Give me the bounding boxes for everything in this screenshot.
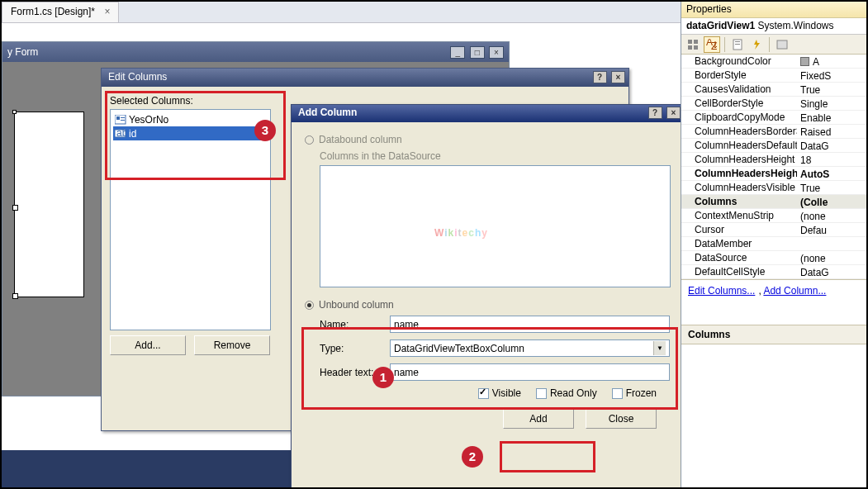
control-resize-outline[interactable]: [14, 112, 84, 297]
property-value[interactable]: (Colle: [797, 195, 866, 208]
property-name: Columns: [681, 195, 797, 208]
maximize-icon[interactable]: □: [470, 46, 485, 59]
property-name: ClipboardCopyMode: [681, 111, 797, 124]
property-row[interactable]: ClipboardCopyModeEnable: [681, 111, 866, 125]
unbound-radio-row[interactable]: Unbound column: [305, 299, 670, 311]
property-links: Edit Columns..., Add Column...: [681, 279, 866, 301]
property-name: BackgroundColor: [681, 55, 797, 68]
close-icon[interactable]: ×: [666, 107, 681, 119]
add-button[interactable]: Add: [503, 409, 574, 429]
edit-columns-title: Edit Columns: [108, 71, 167, 87]
property-row[interactable]: DataMember: [681, 237, 866, 251]
design-form-titlebar[interactable]: y Form _ □ ×: [2, 42, 509, 62]
property-category-label: Columns: [681, 325, 866, 344]
edit-columns-link[interactable]: Edit Columns...: [688, 285, 755, 297]
property-row[interactable]: CellBorderStyleSingle: [681, 97, 866, 111]
property-value[interactable]: (none: [797, 209, 866, 222]
property-name: ContextMenuStrip: [681, 209, 797, 222]
property-pages-icon[interactable]: [774, 36, 790, 53]
add-column-link[interactable]: Add Column...: [763, 285, 826, 297]
color-swatch-icon: [800, 57, 809, 66]
property-value[interactable]: (none: [797, 251, 866, 264]
property-value[interactable]: True: [797, 181, 866, 194]
property-row[interactable]: ColumnHeadersVisibleTrue: [681, 181, 866, 195]
edit-columns-titlebar[interactable]: Edit Columns ? ×: [102, 69, 628, 87]
property-name: ColumnHeadersVisible: [681, 181, 797, 194]
property-row[interactable]: BackgroundColorA: [681, 55, 866, 69]
property-name: BorderStyle: [681, 69, 797, 82]
close-button[interactable]: Close: [586, 409, 657, 429]
property-value[interactable]: True: [797, 83, 866, 96]
property-value[interactable]: Raised: [797, 125, 866, 138]
property-value[interactable]: [797, 237, 866, 250]
datasource-columns-label: Columns in the DataSource: [320, 150, 670, 162]
tab-label: Form1.cs [Design]*: [11, 6, 95, 17]
property-name: DataSource: [681, 251, 797, 264]
svg-rect-14: [735, 44, 740, 45]
property-row[interactable]: ContextMenuStrip(none: [681, 209, 866, 223]
property-value[interactable]: DataG: [797, 139, 866, 152]
property-value[interactable]: Single: [797, 97, 866, 110]
property-row[interactable]: CursorDefau: [681, 223, 866, 237]
remove-button[interactable]: Remove: [194, 335, 270, 355]
property-row[interactable]: DefaultCellStyleDataG: [681, 265, 866, 279]
minimize-icon[interactable]: _: [450, 46, 465, 59]
property-value[interactable]: Enable: [797, 111, 866, 124]
unbound-label: Unbound column: [319, 299, 394, 311]
help-icon[interactable]: ?: [593, 71, 607, 83]
selected-object[interactable]: dataGridView1 System.Windows: [681, 18, 866, 35]
annotation-box-1: [301, 327, 678, 410]
radio-icon[interactable]: [305, 301, 314, 310]
annotation-badge-1: 1: [372, 367, 394, 388]
radio-icon: [305, 135, 314, 145]
close-icon[interactable]: ×: [489, 46, 504, 59]
property-name: DefaultCellStyle: [681, 265, 797, 278]
databound-label: Databound column: [319, 134, 402, 145]
property-row[interactable]: ColumnHeadersHeightSizAutoS: [681, 167, 866, 181]
add-column-titlebar[interactable]: Add Column ? ×: [292, 105, 683, 122]
property-row[interactable]: CausesValidationTrue: [681, 83, 866, 97]
property-row[interactable]: ColumnHeadersBorderStRaised: [681, 125, 866, 139]
property-name: ColumnHeadersBorderSt: [681, 125, 797, 138]
properties-toolbar: AZ: [681, 35, 866, 55]
property-name: ColumnHeadersHeightSiz: [681, 167, 797, 180]
add-column-dialog: Add Column ? × Databound column Columns …: [291, 104, 684, 489]
property-row[interactable]: BorderStyleFixedS: [681, 69, 866, 83]
properties-page-icon[interactable]: [729, 36, 746, 53]
property-value[interactable]: Defau: [797, 223, 866, 236]
datasource-columns-list: [320, 165, 671, 287]
document-tab[interactable]: Form1.cs [Design]* ×: [2, 2, 119, 22]
svg-text:Z: Z: [711, 40, 717, 50]
add-button[interactable]: Add...: [110, 335, 186, 355]
categorized-icon[interactable]: [685, 36, 701, 53]
svg-rect-15: [777, 40, 787, 49]
annotation-badge-2: 2: [462, 446, 483, 468]
property-value[interactable]: FixedS: [797, 69, 866, 82]
close-icon[interactable]: ×: [104, 6, 110, 17]
property-value[interactable]: DataG: [797, 265, 866, 278]
properties-grid[interactable]: BackgroundColorABorderStyleFixedSCausesV…: [681, 55, 866, 279]
property-name: CellBorderStyle: [681, 97, 797, 110]
svg-rect-7: [694, 40, 698, 44]
property-value[interactable]: 18: [797, 153, 866, 166]
annotation-badge-3: 3: [254, 120, 276, 141]
design-form-title: y Form: [7, 46, 38, 58]
property-row[interactable]: ColumnHeadersHeight18: [681, 153, 866, 167]
property-row[interactable]: DataSource(none: [681, 251, 866, 265]
add-column-title: Add Column: [298, 107, 357, 122]
properties-title: Properties: [681, 2, 866, 18]
property-row[interactable]: ColumnHeadersDefaultCeDataG: [681, 139, 866, 153]
property-name: CausesValidation: [681, 83, 797, 96]
property-value[interactable]: AutoS: [797, 167, 866, 180]
help-icon[interactable]: ?: [648, 107, 662, 119]
events-icon[interactable]: [748, 36, 765, 53]
property-name: ColumnHeadersHeight: [681, 153, 797, 166]
property-value[interactable]: A: [797, 55, 866, 68]
window-buttons: _ □ ×: [448, 46, 504, 59]
alphabetical-icon[interactable]: AZ: [704, 36, 720, 53]
property-name: Cursor: [681, 223, 797, 236]
property-row[interactable]: Columns(Colle: [681, 195, 866, 209]
close-icon[interactable]: ×: [611, 71, 625, 83]
svg-rect-8: [688, 45, 692, 50]
svg-rect-13: [735, 41, 740, 42]
